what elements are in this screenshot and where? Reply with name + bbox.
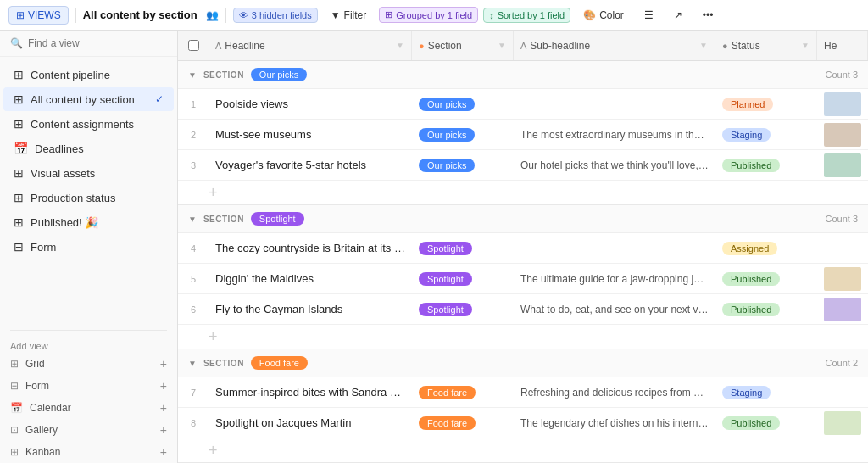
sidebar-item-content-assignments[interactable]: ⊞ Content assignments (3, 112, 174, 136)
row-headline[interactable]: Summer-inspired bites with Sandra Key (209, 386, 412, 399)
status-badge: Published (722, 159, 780, 172)
search-icon: 🔍 (10, 37, 23, 49)
search-input[interactable] (28, 37, 167, 49)
section-chevron[interactable]: ▼ (188, 70, 197, 80)
row-section: Food fare (412, 416, 514, 430)
sidebar-icon: 📅 (14, 142, 28, 155)
plus-icon: + (160, 379, 167, 393)
row-headline[interactable]: Voyager's favorite 5-star hotels (209, 159, 412, 171)
sidebar-item-visual-assets[interactable]: ⊞ Visual assets (3, 161, 174, 185)
row-status: Published (715, 159, 817, 172)
add-row-button[interactable]: + (178, 181, 868, 204)
section-chevron[interactable]: ▼ (188, 359, 197, 368)
export-icon: ↗ (674, 9, 682, 21)
plus-icon: + (160, 423, 167, 437)
section-tag: Our picks (419, 159, 475, 172)
sidebar: 🔍 ⊞ Content pipeline ⊞ All content by se… (0, 31, 178, 463)
row-number: 7 (178, 388, 209, 398)
row-section: Food fare (412, 386, 514, 399)
hidden-fields-button[interactable]: 👁 3 hidden fields (233, 8, 318, 23)
option-icon: ● (419, 41, 425, 51)
section-chevron[interactable]: ▼ (188, 215, 197, 224)
group-icon: ⊞ (385, 9, 392, 20)
status-badge: Published (722, 272, 780, 286)
sidebar-item-all-content[interactable]: ⊞ All content by section ✓ (3, 87, 174, 111)
text-icon2: A (520, 41, 526, 51)
row-section: Spotlight (412, 303, 514, 316)
row-headline[interactable]: Fly to the Cayman Islands (209, 303, 412, 315)
sidebar-icon: ⊞ (14, 215, 24, 229)
col-section-filter-icon[interactable]: ▼ (498, 41, 506, 50)
checkbox-all[interactable] (188, 40, 199, 51)
sidebar-item-production-status[interactable]: ⊞ Production status (3, 186, 174, 209)
col-sub-filter-icon[interactable]: ▼ (699, 41, 708, 50)
add-gallery-button[interactable]: ⊡ Gallery + (0, 419, 177, 441)
row-headline[interactable]: Poolside views (209, 98, 412, 110)
add-row-button[interactable]: + (178, 438, 868, 462)
sidebar-item-label: Visual assets (31, 167, 95, 180)
col-subheadline: A Sub-headline ▼ (514, 31, 715, 60)
sidebar-item-deadlines[interactable]: 📅 Deadlines (3, 137, 174, 160)
col-subheadline-label: Sub-headline (530, 40, 590, 52)
toolbar: ⊞ VIEWS All content by section 👥 👁 3 hid… (0, 0, 868, 31)
row-headline[interactable]: Spotlight on Jacques Martin (209, 416, 412, 429)
row-image (817, 298, 868, 321)
sidebar-item-label: Content pipeline (31, 69, 110, 81)
status-badge: Staging (722, 128, 771, 142)
add-calendar-button[interactable]: 📅 Calendar + (0, 397, 177, 419)
grouped-by-button[interactable]: ⊞ Grouped by 1 field (379, 7, 478, 23)
active-check: ✓ (155, 93, 164, 105)
row-height-button[interactable]: ☰ (637, 6, 661, 25)
share-button[interactable]: ↗ (666, 6, 690, 25)
separator (75, 8, 76, 23)
sidebar-item-form[interactable]: ⊟ Form (3, 235, 174, 259)
section-header-food-fare: ▼ SECTION Food fare Count 2 (178, 349, 868, 377)
row-subheadline: The most extraordinary museums in the wo… (514, 129, 715, 141)
add-form-button[interactable]: ⊟ Form + (0, 375, 177, 397)
sidebar-icon: ⊞ (14, 68, 24, 81)
more-button[interactable]: ••• (695, 6, 721, 25)
views-button[interactable]: ⊞ VIEWS (8, 6, 69, 25)
section-header-spotlight: ▼ SECTION Spotlight Count 3 (178, 205, 868, 233)
add-icon: 📅 (10, 402, 23, 414)
sidebar-icon: ⊞ (14, 117, 24, 131)
status-icon: ● (722, 41, 728, 51)
row-image (817, 411, 868, 435)
section-count: Count 3 (825, 214, 858, 224)
add-row-button[interactable]: + (178, 325, 868, 349)
sorted-by-button[interactable]: ↕ Sorted by 1 field (483, 8, 570, 23)
col-filter-icon[interactable]: ▼ (396, 41, 404, 50)
row-headline[interactable]: Diggin' the Maldives (209, 272, 412, 285)
thumbnail (824, 298, 861, 321)
share-icon: 👥 (206, 9, 219, 21)
text-icon: A (215, 41, 221, 51)
add-item-label: Calendar (30, 402, 71, 414)
row-number: 1 (178, 99, 209, 109)
add-icon: ⊞ (10, 446, 19, 458)
row-headline[interactable]: Must-see museums (209, 128, 412, 141)
rows-icon: ☰ (644, 9, 654, 21)
add-kanban-button[interactable]: ⊞ Kanban + (0, 441, 177, 463)
sort-icon: ↕ (489, 10, 494, 20)
color-button[interactable]: 🎨 Color (576, 6, 632, 25)
section-group-food-fare: ▼ SECTION Food fare Count 2 7 Summer-ins… (178, 349, 868, 463)
section-header-our-picks: ▼ SECTION Our picks Count 3 (178, 61, 868, 89)
sidebar-item-published[interactable]: ⊞ Published! 🎉 (3, 210, 174, 234)
add-grid-button[interactable]: ⊞ Grid + (0, 353, 177, 375)
sidebar-item-label: Form (31, 241, 56, 254)
row-number: 4 (178, 243, 209, 254)
section-pill: Food fare (251, 356, 308, 370)
col-status-filter-icon[interactable]: ▼ (801, 41, 810, 50)
section-pill: Spotlight (251, 212, 304, 226)
add-item-label: Grid (25, 358, 45, 370)
add-item-label: Kanban (25, 446, 60, 458)
table-row: 5 Diggin' the Maldives Spotlight The ult… (178, 264, 868, 294)
sidebar-item-content-pipeline[interactable]: ⊞ Content pipeline (3, 63, 174, 86)
row-subheadline: Refreshing and delicious recipes from ce… (514, 387, 715, 399)
row-headline[interactable]: The cozy countryside is Britain at its b… (209, 242, 412, 254)
filter-button[interactable]: ▼ Filter (323, 6, 375, 25)
color-label: Color (599, 9, 624, 21)
select-all-checkbox[interactable] (178, 40, 209, 51)
row-image (817, 92, 868, 116)
sidebar-item-label: Deadlines (35, 142, 84, 155)
